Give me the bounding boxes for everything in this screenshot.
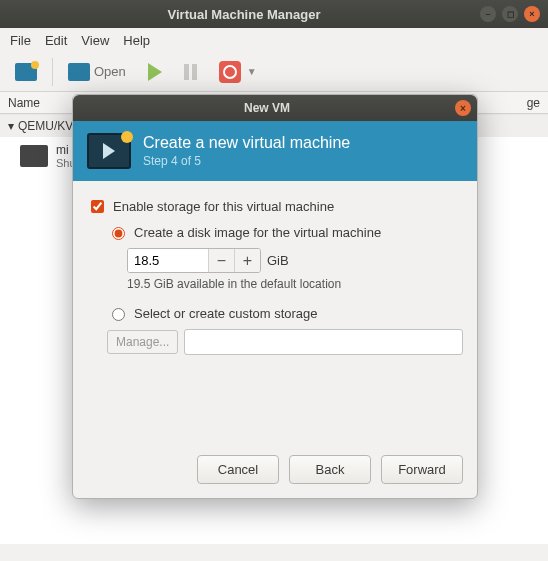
dialog-header: Create a new virtual machine Step 4 of 5: [73, 121, 477, 181]
shutdown-button[interactable]: ▼: [212, 57, 264, 87]
open-button[interactable]: Open: [61, 57, 133, 87]
chevron-down-icon: ▼: [247, 66, 257, 77]
main-window-titlebar: Virtual Machine Manager – ◻ ×: [0, 0, 548, 28]
forward-button[interactable]: Forward: [381, 455, 463, 484]
custom-storage-radio[interactable]: Select or create custom storage: [107, 305, 463, 321]
create-disk-input[interactable]: [112, 227, 125, 240]
chevron-down-icon: ▾: [8, 119, 14, 133]
dialog-title: New VM: [79, 101, 455, 115]
manage-storage-row: Manage...: [107, 329, 463, 355]
menu-file[interactable]: File: [10, 33, 31, 48]
window-controls: – ◻ ×: [480, 6, 540, 22]
custom-storage-input[interactable]: [112, 308, 125, 321]
spinner-decrement[interactable]: −: [208, 249, 234, 272]
cancel-button[interactable]: Cancel: [197, 455, 279, 484]
menubar: File Edit View Help: [0, 28, 548, 52]
new-vm-button[interactable]: [8, 57, 44, 87]
monitor-icon: [68, 63, 90, 81]
connection-label: QEMU/KV: [18, 119, 73, 133]
disk-size-row: − + GiB: [127, 248, 463, 273]
dialog-heading: Create a new virtual machine: [143, 134, 350, 152]
custom-storage-label: Select or create custom storage: [134, 306, 318, 321]
close-icon[interactable]: ×: [524, 6, 540, 22]
menu-view[interactable]: View: [81, 33, 109, 48]
dialog-titlebar: New VM ×: [73, 95, 477, 121]
dialog-footer: Cancel Back Forward: [73, 441, 477, 498]
power-icon: [219, 61, 241, 83]
dialog-step: Step 4 of 5: [143, 154, 350, 168]
vm-wizard-icon: [87, 133, 131, 169]
disk-size-spinner: − +: [127, 248, 261, 273]
available-storage-hint: 19.5 GiB available in the default locati…: [127, 277, 463, 291]
enable-storage-label: Enable storage for this virtual machine: [113, 199, 334, 214]
window-title: Virtual Machine Manager: [8, 7, 480, 22]
open-label: Open: [94, 64, 126, 79]
dialog-body: Enable storage for this virtual machine …: [73, 181, 477, 371]
pause-icon: [184, 64, 197, 80]
toolbar: Open ▼: [0, 52, 548, 92]
maximize-icon[interactable]: ◻: [502, 6, 518, 22]
manage-button: Manage...: [107, 330, 178, 354]
enable-storage-checkbox[interactable]: Enable storage for this virtual machine: [87, 197, 463, 216]
new-vm-dialog: New VM × Create a new virtual machine St…: [72, 94, 478, 499]
enable-storage-input[interactable]: [91, 200, 104, 213]
menu-edit[interactable]: Edit: [45, 33, 67, 48]
storage-path-entry: [184, 329, 463, 355]
minimize-icon[interactable]: –: [480, 6, 496, 22]
dialog-close-icon[interactable]: ×: [455, 100, 471, 116]
vm-icon: [20, 145, 48, 167]
create-disk-radio[interactable]: Create a disk image for the virtual mach…: [107, 224, 463, 240]
monitor-new-icon: [15, 63, 37, 81]
back-button[interactable]: Back: [289, 455, 371, 484]
menu-help[interactable]: Help: [123, 33, 150, 48]
disk-size-unit: GiB: [267, 253, 289, 268]
create-disk-label: Create a disk image for the virtual mach…: [134, 225, 381, 240]
disk-size-input[interactable]: [128, 249, 208, 272]
pause-button[interactable]: [177, 57, 204, 87]
spinner-increment[interactable]: +: [234, 249, 260, 272]
play-icon: [148, 63, 162, 81]
run-button[interactable]: [141, 57, 169, 87]
